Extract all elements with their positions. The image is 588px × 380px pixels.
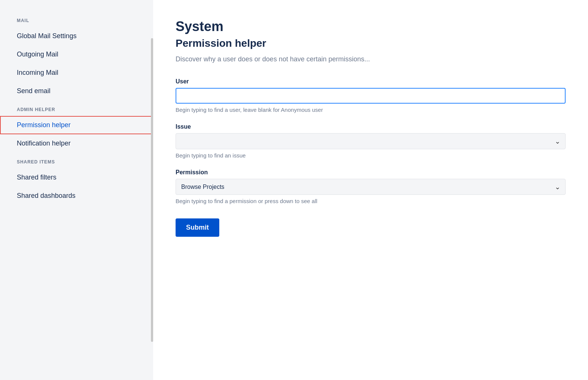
sidebar-item-send-email[interactable]: Send email — [0, 82, 153, 100]
sidebar: MAILGlobal Mail SettingsOutgoing MailInc… — [0, 0, 153, 380]
page-subtitle: Permission helper — [176, 37, 566, 49]
sidebar-item-global-mail-settings[interactable]: Global Mail Settings — [0, 27, 153, 45]
main-content: System Permission helper Discover why a … — [153, 0, 588, 380]
sidebar-item-permission-helper[interactable]: Permission helper — [0, 116, 153, 134]
issue-label: Issue — [176, 123, 566, 130]
sidebar-item-incoming-mail[interactable]: Incoming Mail — [0, 64, 153, 82]
issue-select-wrapper: ⌄ — [176, 133, 566, 149]
permission-hint: Begin typing to find a permission or pre… — [176, 198, 566, 204]
permission-field-group: Permission Browse ProjectsCreate IssuesE… — [176, 169, 566, 204]
submit-button[interactable]: Submit — [176, 218, 219, 237]
user-field-group: User Begin typing to find a user, leave … — [176, 78, 566, 113]
sidebar-section-shared-items: SHARED ITEMS — [0, 153, 153, 168]
sidebar-item-outgoing-mail[interactable]: Outgoing Mail — [0, 45, 153, 64]
user-input[interactable] — [176, 88, 566, 104]
permission-label: Permission — [176, 169, 566, 176]
page-description: Discover why a user does or does not hav… — [176, 55, 566, 63]
sidebar-section-admin-helper: ADMIN HELPER — [0, 100, 153, 116]
issue-field-group: Issue ⌄ Begin typing to find an issue — [176, 123, 566, 159]
sidebar-section-mail: MAIL — [0, 11, 153, 27]
sidebar-item-shared-filters[interactable]: Shared filters — [0, 168, 153, 187]
user-label: User — [176, 78, 566, 85]
page-title: System — [176, 19, 566, 34]
user-hint: Begin typing to find a user, leave blank… — [176, 107, 566, 113]
permission-select[interactable]: Browse ProjectsCreate IssuesEdit IssuesD… — [176, 179, 566, 195]
issue-hint: Begin typing to find an issue — [176, 152, 566, 159]
permission-form: User Begin typing to find a user, leave … — [176, 78, 566, 237]
permission-select-wrapper: Browse ProjectsCreate IssuesEdit IssuesD… — [176, 179, 566, 195]
issue-select[interactable] — [176, 133, 566, 149]
sidebar-item-notification-helper[interactable]: Notification helper — [0, 134, 153, 153]
sidebar-item-shared-dashboards[interactable]: Shared dashboards — [0, 187, 153, 205]
